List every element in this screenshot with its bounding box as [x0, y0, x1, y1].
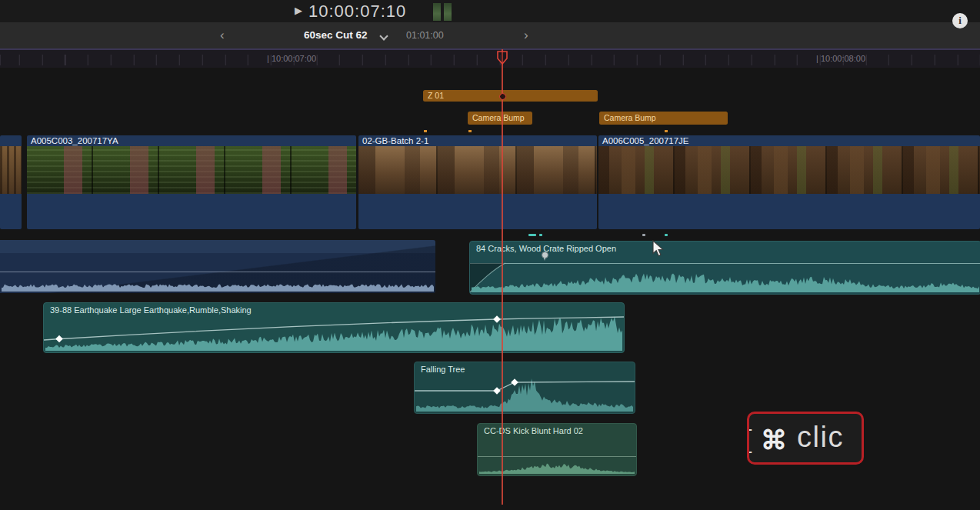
filmstrip-thumbnails [358, 146, 597, 194]
title-clip-camera-bump-1[interactable]: Camera Bump [468, 112, 532, 125]
audio-waveform [472, 263, 979, 292]
ruler-timecode-label: | 10:00:08:00 [816, 54, 865, 63]
project-nav-bar [0, 22, 980, 48]
sync-marker [642, 234, 645, 236]
timeline-window: ▶ 10:00:07:10 ‹ › 60sec Cut 62 01:01:00 … [0, 0, 980, 510]
info-button[interactable]: i [952, 13, 968, 28]
mouse-cursor [652, 240, 665, 258]
keystroke-overlay: [ ⌘ clic [747, 412, 864, 465]
next-project-button[interactable]: › [524, 28, 528, 43]
audio-clip-cracks[interactable]: 84 Cracks, Wood Crate Ripped Open [469, 241, 980, 295]
volume-automation-curve[interactable] [415, 362, 635, 413]
audio-meter-left [433, 3, 441, 21]
volume-automation-curve[interactable] [44, 303, 624, 352]
play-icon[interactable]: ▶ [295, 5, 302, 16]
audio-clip-falling-tree[interactable]: Falling Tree [414, 362, 635, 414]
audio-clip-label: CC-DS Kick Blunt Hard 02 [484, 426, 583, 435]
sync-marker [539, 234, 542, 236]
video-clip-partial[interactable] [0, 135, 22, 229]
project-duration: 01:01:00 [406, 30, 444, 41]
previous-project-button[interactable]: ‹ [220, 28, 225, 43]
title-clip-camera-bump-2[interactable]: Camera Bump [599, 112, 728, 125]
audio-meter-right [444, 3, 452, 21]
video-clip-a005[interactable]: A005C003_200717YA [27, 135, 356, 229]
playhead-clip-dot [499, 93, 506, 100]
command-key-icon: ⌘ [761, 425, 787, 455]
clip-marker-dot [468, 130, 472, 132]
volume-line[interactable] [0, 272, 435, 272]
playhead-line[interactable] [502, 49, 503, 505]
audio-clip-music[interactable] [0, 240, 435, 293]
project-title[interactable]: 60sec Cut 62 [304, 29, 368, 41]
video-clip-label: 02-GB-Batch 2-1 [362, 136, 428, 145]
clip-marker-dot [424, 130, 427, 132]
transport-bar: ▶ 10:00:07:10 [0, 0, 980, 22]
video-clip-02gb[interactable]: 02-GB-Batch 2-1 [358, 135, 597, 229]
video-clip-label: A005C003_200717YA [31, 136, 118, 145]
fade-handle-pin[interactable] [542, 252, 548, 261]
video-clip-label: A006C005_200717JE [602, 136, 689, 145]
filmstrip-thumbnails [598, 146, 980, 194]
title-clip-z01[interactable]: Z 01 [423, 90, 598, 102]
audio-clip-earthquake[interactable]: 39-88 Earthquake Large Earthquake,Rumble… [43, 302, 625, 353]
sync-marker [528, 234, 536, 236]
filmstrip-thumbnails [27, 146, 356, 194]
ruler-timecode-label: | 10:00:07:00 [267, 54, 316, 63]
clip-marker-dot [665, 130, 668, 132]
chevron-down-icon[interactable] [381, 33, 387, 39]
video-clip-a006[interactable]: A006C005_200717JE [598, 135, 980, 229]
filmstrip-thumbnails [0, 146, 22, 194]
audio-waveform [2, 281, 434, 292]
playhead-pin[interactable] [496, 51, 508, 66]
timecode-display[interactable]: 10:00:07:10 [308, 2, 406, 22]
keystroke-text: clic [797, 421, 844, 454]
timeline-ruler[interactable]: | 10:00:07:00 | 10:00:08:00 [0, 48, 980, 68]
sync-marker [665, 234, 668, 236]
keystroke-partial-key: [ [747, 424, 752, 454]
